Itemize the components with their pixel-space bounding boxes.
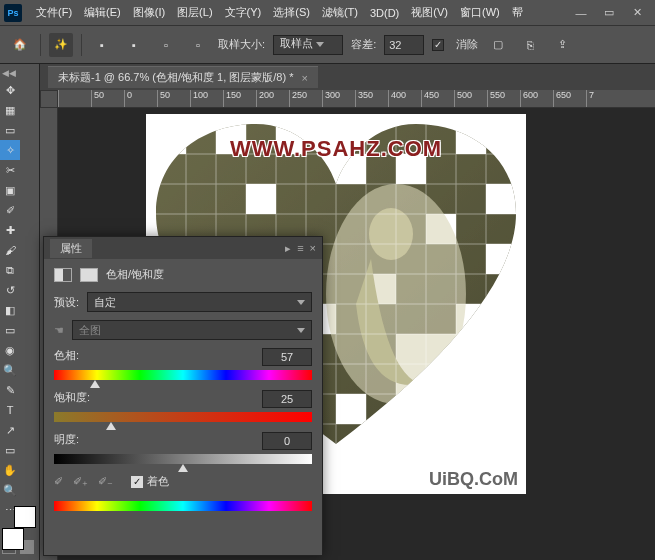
window-maximize[interactable]: ▭ — [595, 2, 623, 24]
artboard-tool[interactable]: ▦ — [0, 100, 20, 120]
eyedropper-icon[interactable]: ✐ — [54, 475, 63, 488]
pen-tool[interactable]: ✎ — [0, 380, 20, 400]
sel-add-icon[interactable]: ▪ — [122, 33, 146, 57]
channel-select[interactable]: 全图 — [72, 320, 312, 340]
svg-rect-7 — [486, 184, 516, 214]
targeted-adjust-icon[interactable]: ☚ — [54, 324, 64, 337]
zoom-tool[interactable]: 🔍 — [0, 480, 20, 500]
path-tool[interactable]: ↗ — [0, 420, 20, 440]
menu-window[interactable]: 窗口(W) — [454, 0, 506, 26]
eyedropper-tool[interactable]: ✐ — [0, 200, 20, 220]
foreground-color-swatch[interactable] — [2, 528, 24, 550]
background-color-swatch[interactable] — [14, 506, 36, 528]
tab-close-icon[interactable]: × — [302, 72, 308, 84]
stamp-tool[interactable]: ⧉ — [0, 260, 20, 280]
menu-layer[interactable]: 图层(L) — [171, 0, 218, 26]
svg-point-21 — [369, 208, 413, 260]
menu-edit[interactable]: 编辑(E) — [78, 0, 127, 26]
svg-rect-13 — [486, 244, 516, 274]
title-bar: Ps 文件(F) 编辑(E) 图像(I) 图层(L) 文字(Y) 选择(S) 滤… — [0, 0, 655, 26]
marquee-tool[interactable]: ▭ — [0, 120, 20, 140]
ruler-origin[interactable] — [40, 90, 58, 108]
sel-sub-icon[interactable]: ▫ — [154, 33, 178, 57]
watermark-bottom: UiBQ.CoM — [429, 469, 518, 490]
move-tool[interactable]: ✥ — [0, 80, 20, 100]
history-brush-tool[interactable]: ↺ — [0, 280, 20, 300]
magic-wand-tool-icon[interactable]: ✨ — [49, 33, 73, 57]
saturation-label: 饱和度: — [54, 390, 90, 408]
brush-tool[interactable]: 🖌 — [0, 240, 20, 260]
panel-tab-properties[interactable]: 属性 — [50, 239, 92, 258]
panel-menu-icon[interactable]: ≡ — [297, 242, 303, 255]
menu-help[interactable]: 帮 — [506, 0, 529, 26]
hue-label: 色相: — [54, 348, 79, 366]
lightness-slider[interactable] — [54, 454, 312, 464]
saturation-value[interactable]: 25 — [262, 390, 312, 408]
menu-image[interactable]: 图像(I) — [127, 0, 171, 26]
frame-tool[interactable]: ▣ — [0, 180, 20, 200]
magic-wand-tool[interactable]: ✧ — [0, 140, 20, 160]
preset-label: 预设: — [54, 295, 79, 310]
hue-value[interactable]: 57 — [262, 348, 312, 366]
app-logo: Ps — [4, 4, 22, 22]
ruler-horizontal[interactable]: 5005010015020025030035040045050055060065… — [58, 90, 655, 108]
antialias-checkbox[interactable] — [432, 39, 444, 51]
window-close[interactable]: ✕ — [623, 2, 651, 24]
antialias-label: 消除 — [456, 37, 478, 52]
svg-rect-1 — [156, 124, 186, 154]
menu-3d[interactable]: 3D(D) — [364, 0, 405, 26]
panel-collapse-icon[interactable]: ▸ — [285, 242, 291, 255]
adjustment-layer-icon — [54, 268, 72, 282]
colorize-label: 着色 — [147, 474, 169, 489]
tolerance-label: 容差: — [351, 37, 376, 52]
share-icon[interactable]: ⇪ — [550, 33, 574, 57]
svg-rect-19 — [246, 184, 276, 214]
blur-tool[interactable]: ◉ — [0, 340, 20, 360]
document-tab[interactable]: 未标题-1 @ 66.7% (色相/饱和度 1, 图层蒙版/8) * × — [48, 66, 318, 88]
sample-size-label: 取样大小: — [218, 37, 265, 52]
crop-tool[interactable]: ✂ — [0, 160, 20, 180]
menu-view[interactable]: 视图(V) — [405, 0, 454, 26]
eyedropper-add-icon[interactable]: ✐₊ — [73, 475, 88, 488]
panel-header[interactable]: 属性 ▸ ≡ × — [44, 237, 322, 259]
document-tab-strip: 未标题-1 @ 66.7% (色相/饱和度 1, 图层蒙版/8) * × — [40, 64, 655, 90]
panel-close-icon[interactable]: × — [310, 242, 316, 255]
svg-rect-6 — [456, 124, 486, 154]
menu-select[interactable]: 选择(S) — [267, 0, 316, 26]
window-minimize[interactable]: — — [567, 2, 595, 24]
type-tool[interactable]: T — [0, 400, 20, 420]
opt-extra-2-icon[interactable]: ⎘ — [518, 33, 542, 57]
toolbox: ◀◀ ✥ ▦ ▭ ✧ ✂ ▣ ✐ ✚ 🖌 ⧉ ↺ ◧ ▭ ◉ 🔍 ✎ T ↗ ▭… — [0, 64, 40, 560]
shape-tool[interactable]: ▭ — [0, 440, 20, 460]
gradient-tool[interactable]: ▭ — [0, 320, 20, 340]
lightness-label: 明度: — [54, 432, 79, 450]
color-range-bar — [54, 501, 312, 511]
opt-extra-1-icon[interactable]: ▢ — [486, 33, 510, 57]
sample-size-select[interactable]: 取样点 — [273, 35, 343, 55]
menu-file[interactable]: 文件(F) — [30, 0, 78, 26]
saturation-slider[interactable] — [54, 412, 312, 422]
tolerance-input[interactable] — [384, 35, 424, 55]
options-bar: 🏠 ✨ ▪ ▪ ▫ ▫ 取样大小: 取样点 容差: 消除 ▢ ⎘ ⇪ — [0, 26, 655, 64]
hand-tool[interactable]: ✋ — [0, 460, 20, 480]
eraser-tool[interactable]: ◧ — [0, 300, 20, 320]
eyedropper-sub-icon[interactable]: ✐₋ — [98, 475, 113, 488]
heal-tool[interactable]: ✚ — [0, 220, 20, 240]
lightness-value[interactable]: 0 — [262, 432, 312, 450]
sel-intersect-icon[interactable]: ▫ — [186, 33, 210, 57]
home-icon[interactable]: 🏠 — [8, 33, 32, 57]
properties-panel: 属性 ▸ ≡ × 色相/饱和度 预设: 自定 ☚ 全图 色相:57 饱和度:25 — [43, 236, 323, 556]
preset-select[interactable]: 自定 — [87, 292, 312, 312]
hue-slider[interactable] — [54, 370, 312, 380]
menu-type[interactable]: 文字(Y) — [219, 0, 268, 26]
colorize-checkbox[interactable]: ✓ — [131, 476, 143, 488]
mask-icon[interactable] — [80, 268, 98, 282]
watermark-top: WWW.PSAHZ.COM — [230, 136, 442, 162]
document-tab-title: 未标题-1 @ 66.7% (色相/饱和度 1, 图层蒙版/8) * — [58, 70, 294, 85]
dodge-tool[interactable]: 🔍 — [0, 360, 20, 380]
adjustment-type-label: 色相/饱和度 — [106, 267, 164, 282]
menu-filter[interactable]: 滤镜(T) — [316, 0, 364, 26]
toolbox-collapse-icon[interactable]: ◀◀ — [2, 68, 16, 78]
sel-new-icon[interactable]: ▪ — [90, 33, 114, 57]
svg-rect-16 — [336, 394, 366, 424]
